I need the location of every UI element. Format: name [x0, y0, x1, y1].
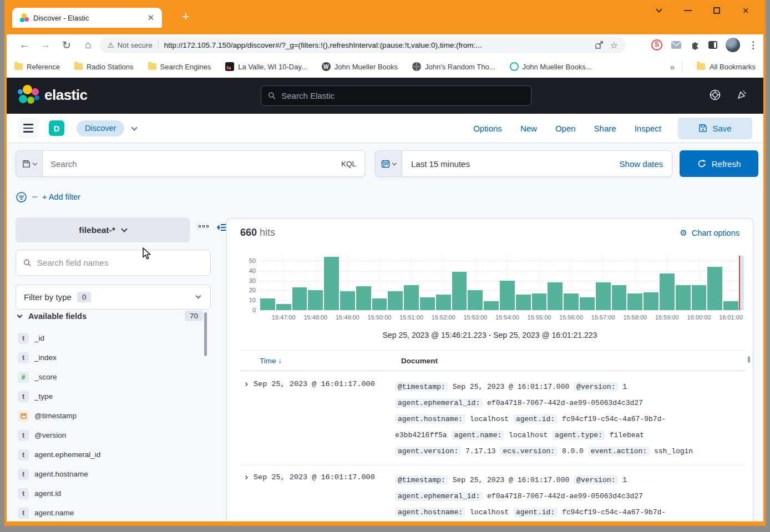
chevron-down-icon[interactable]: [131, 124, 138, 130]
profile-avatar[interactable]: [726, 38, 740, 52]
histogram-bar[interactable]: [660, 273, 675, 310]
histogram-bar[interactable]: [676, 285, 691, 310]
doc-field-key[interactable]: ecs.version:: [500, 447, 558, 456]
reload-icon[interactable]: ↻: [57, 34, 77, 55]
bookmark-item[interactable]: Reference: [14, 63, 60, 71]
histogram-bar[interactable]: [372, 298, 387, 310]
doc-field-key[interactable]: agent.hostname:: [395, 508, 465, 517]
histogram-bar[interactable]: [452, 272, 467, 310]
histogram-bar[interactable]: [516, 295, 531, 311]
table-vertical-scrollbar[interactable]: [748, 356, 750, 363]
doc-field-key[interactable]: agent.version:: [395, 447, 461, 456]
all-bookmarks[interactable]: All Bookmarks: [697, 63, 756, 71]
histogram-bar[interactable]: [612, 285, 627, 310]
field-options-icon[interactable]: [199, 225, 209, 227]
filter-by-type-select[interactable]: Filter by type 0: [16, 285, 211, 310]
histogram-bar[interactable]: [484, 301, 499, 310]
field-search[interactable]: [16, 250, 211, 276]
menu-hamburger-icon[interactable]: [18, 118, 39, 139]
doc-field-key[interactable]: agent.name:: [451, 430, 504, 440]
doc-field-key[interactable]: agent.ephemeral_id:: [395, 398, 483, 408]
search-input[interactable]: [43, 151, 333, 176]
histogram-bar[interactable]: [532, 293, 547, 310]
doc-field-key[interactable]: agent.ephemeral_id:: [395, 492, 483, 501]
field-item[interactable]: t_index: [16, 348, 204, 367]
doc-field-key[interactable]: agent.type:: [552, 430, 605, 440]
histogram-bar[interactable]: [388, 291, 403, 310]
window-close-icon[interactable]: ×: [731, 2, 760, 19]
sort-down-icon[interactable]: ↓: [278, 357, 282, 365]
field-item[interactable]: tagent.id: [16, 484, 204, 503]
histogram-bar[interactable]: [580, 297, 595, 310]
field-item[interactable]: #_score: [16, 367, 204, 387]
histogram-bar[interactable]: [707, 267, 722, 310]
window-maximize-icon[interactable]: [702, 2, 731, 19]
field-item[interactable]: tagent.hostname: [16, 464, 204, 484]
expand-row-icon[interactable]: ›: [240, 379, 254, 459]
bookmark-item[interactable]: La Valle, WI 10-Day...: [225, 62, 307, 71]
field-item[interactable]: tagent.ephemeral_id: [16, 445, 204, 464]
help-icon[interactable]: [709, 89, 721, 103]
index-pattern-select[interactable]: filebeat-*: [16, 217, 190, 242]
browser-tab[interactable]: Discover - Elastic ✕: [12, 8, 162, 28]
field-item[interactable]: t_type: [16, 387, 204, 406]
browser-menu-icon[interactable]: ⋮: [748, 39, 758, 51]
field-item[interactable]: t_id: [16, 328, 204, 348]
news-feed-icon[interactable]: [736, 89, 748, 103]
url-bar[interactable]: ⚠ Not secure http://172.105.7.150/app/di…: [100, 37, 626, 53]
extension-puzzle-icon[interactable]: [690, 40, 700, 50]
histogram-bar[interactable]: [324, 257, 339, 310]
field-search-input[interactable]: [37, 258, 203, 267]
histogram-bar[interactable]: [292, 287, 307, 310]
histogram-bar[interactable]: [692, 285, 707, 310]
add-filter-link[interactable]: + Add filter: [42, 192, 80, 201]
field-item[interactable]: t@version: [16, 425, 204, 445]
sidebar-scrollbar[interactable]: [204, 312, 207, 356]
available-fields-header[interactable]: Available fields 70: [16, 311, 203, 321]
histogram-bar[interactable]: [564, 293, 579, 310]
window-minimize-icon[interactable]: [673, 2, 702, 19]
chart-options-link[interactable]: ⚙ Chart options: [680, 228, 739, 238]
bookmarks-overflow-icon[interactable]: »: [670, 62, 675, 72]
filter-icon[interactable]: [16, 191, 27, 203]
histogram-bar[interactable]: [308, 290, 323, 310]
elastic-logo-icon[interactable]: [18, 85, 40, 106]
date-picker-menu-button[interactable]: [376, 151, 402, 176]
bookmark-item[interactable]: WJohn Mueller Books: [322, 62, 398, 71]
histogram-bar[interactable]: [276, 304, 291, 310]
field-item[interactable]: @timestamp: [16, 406, 204, 425]
histogram-bar[interactable]: [468, 290, 483, 310]
new-tab-button[interactable]: +: [178, 9, 194, 26]
saved-query-menu-button[interactable]: [16, 151, 43, 176]
doc-field-key[interactable]: event.action:: [588, 447, 650, 456]
forward-icon[interactable]: →: [36, 34, 55, 55]
histogram-bar[interactable]: [260, 298, 275, 310]
home-icon[interactable]: ⌂: [78, 34, 98, 55]
histogram-bar[interactable]: [644, 292, 658, 310]
collapse-sidebar-icon[interactable]: [216, 223, 226, 234]
extension-mail-icon[interactable]: [671, 40, 682, 49]
histogram-bar[interactable]: [436, 295, 451, 311]
global-search[interactable]: [261, 85, 531, 106]
bookmark-item[interactable]: John Mueller Books...: [510, 62, 592, 71]
save-button[interactable]: Save: [678, 118, 752, 139]
bookmark-item[interactable]: Radio Stations: [74, 63, 134, 71]
histogram-bar[interactable]: [500, 281, 515, 310]
bookmark-star-icon[interactable]: ☆: [610, 40, 618, 50]
histogram-bar[interactable]: [548, 282, 563, 310]
tab-close-icon[interactable]: ✕: [145, 13, 156, 23]
action-options[interactable]: Options: [473, 124, 502, 133]
column-time[interactable]: Time ↓: [260, 357, 401, 365]
doc-field-key[interactable]: agent.id:: [513, 508, 558, 517]
histogram-bar[interactable]: [596, 282, 611, 310]
bookmark-item[interactable]: John's Random Tho...: [412, 62, 495, 71]
doc-field-key[interactable]: agent.id:: [513, 414, 558, 424]
breadcrumb-discover[interactable]: Discover: [77, 120, 124, 136]
histogram-bar[interactable]: [340, 291, 355, 310]
histogram-bar[interactable]: [356, 286, 371, 310]
doc-field-key[interactable]: @version:: [574, 382, 618, 392]
field-item[interactable]: tagent.name: [16, 503, 204, 521]
refresh-button[interactable]: Refresh: [680, 150, 758, 177]
action-share[interactable]: Share: [594, 124, 616, 133]
bookmark-item[interactable]: Search Engines: [148, 63, 211, 71]
